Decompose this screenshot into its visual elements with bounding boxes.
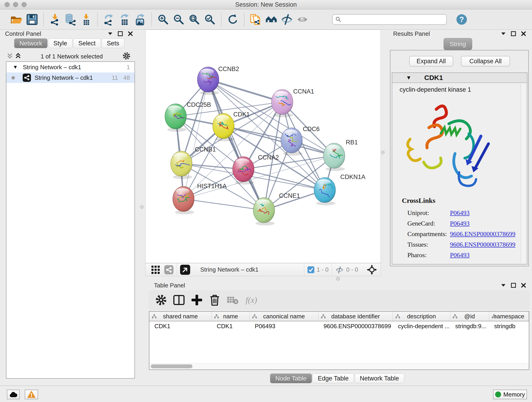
export-table-icon[interactable] bbox=[118, 13, 131, 26]
scrollbar-thumb[interactable] bbox=[151, 364, 192, 368]
tab-style[interactable]: Style bbox=[48, 38, 72, 48]
column-header-shared-name[interactable]: shared name bbox=[149, 312, 212, 321]
delete-table-icon[interactable] bbox=[226, 293, 239, 307]
node-RB1[interactable]: RB1 bbox=[323, 139, 358, 171]
zoom-out-icon[interactable] bbox=[172, 13, 185, 26]
collapse-all-icon[interactable] bbox=[7, 53, 13, 60]
edge-CCNB2-CCNE1[interactable] bbox=[208, 80, 264, 210]
panel-float-icon[interactable] bbox=[510, 282, 516, 288]
expand-all-icon[interactable] bbox=[15, 53, 21, 60]
table-cell[interactable]: CDK1 bbox=[212, 321, 250, 331]
left-splitter-handle[interactable] bbox=[140, 205, 144, 209]
table-settings-gear-icon[interactable] bbox=[154, 293, 168, 307]
panel-close-icon[interactable] bbox=[520, 282, 526, 288]
add-column-icon[interactable] bbox=[190, 293, 203, 307]
cloud-button[interactable] bbox=[7, 390, 20, 399]
show-columns-icon[interactable] bbox=[172, 293, 186, 307]
crosslink-value-link[interactable]: 9606.ENSP00000378699 bbox=[450, 230, 515, 238]
network-options-gear-icon[interactable] bbox=[122, 52, 131, 61]
horizontal-splitter-handle[interactable] bbox=[336, 277, 340, 281]
search-input[interactable] bbox=[341, 16, 443, 23]
tab-network[interactable]: Network bbox=[14, 38, 47, 48]
edge-CCNE1-HIST1H1A[interactable] bbox=[184, 199, 264, 210]
node-CDKN1A[interactable]: CDKN1A bbox=[314, 173, 365, 205]
session-home-icon[interactable] bbox=[265, 13, 278, 26]
column-header-database-identifier[interactable]: database identifier bbox=[318, 312, 393, 321]
gene-section-header[interactable]: ▼ CDK1 bbox=[392, 73, 527, 83]
panel-close-icon[interactable] bbox=[520, 31, 526, 37]
column-header-canonical-name[interactable]: canonical name bbox=[250, 312, 318, 321]
warnings-button[interactable] bbox=[25, 390, 38, 399]
node-CDC6[interactable]: CDC6 bbox=[281, 126, 320, 156]
panel-close-icon[interactable] bbox=[127, 31, 133, 37]
panel-menu-icon[interactable] bbox=[107, 31, 113, 37]
zoom-selected-icon[interactable] bbox=[203, 13, 216, 26]
node-CCNB2[interactable]: CCNB2 bbox=[197, 65, 239, 95]
zoom-in-icon[interactable] bbox=[157, 13, 170, 26]
node-CCNA2[interactable]: CCNA2 bbox=[233, 154, 279, 185]
right-splitter-handle[interactable] bbox=[381, 151, 385, 154]
panel-float-icon[interactable] bbox=[117, 31, 123, 37]
tab-edge-table[interactable]: Edge Table bbox=[312, 374, 354, 383]
hidden-eye-icon[interactable] bbox=[335, 265, 344, 274]
tab-sets[interactable]: Sets bbox=[101, 38, 124, 48]
column-header-@id[interactable]: @id bbox=[450, 312, 489, 321]
tab-select[interactable]: Select bbox=[73, 38, 101, 48]
panel-menu-icon[interactable] bbox=[500, 282, 506, 288]
column-header-namespace[interactable]: namespace bbox=[489, 312, 529, 321]
results-scrollbar[interactable] bbox=[521, 83, 525, 263]
crosslink-value-link[interactable]: P06493 bbox=[450, 220, 470, 227]
collection-expand-icon[interactable]: ▼ bbox=[13, 64, 18, 70]
column-header-name[interactable]: name bbox=[212, 312, 250, 321]
network-graph[interactable]: CCNB2CCNA1CDC25BCDK1CDC6RB1CCNB1CCNA2CDK… bbox=[146, 30, 380, 263]
network-canvas[interactable]: CCNB2CCNA1CDC25BCDK1CDC6RB1CCNB1CCNA2CDK… bbox=[145, 30, 381, 263]
clone-network-icon[interactable] bbox=[249, 13, 262, 26]
hide-selected-icon[interactable] bbox=[280, 13, 293, 26]
tab-network-table[interactable]: Network Table bbox=[355, 374, 404, 383]
crosslink-value-link[interactable]: P06493 bbox=[450, 251, 470, 259]
crosslink-value-link[interactable]: P06493 bbox=[450, 209, 470, 217]
apply-layout-icon[interactable] bbox=[226, 13, 239, 26]
import-table-file-icon[interactable] bbox=[80, 13, 93, 26]
import-network-database-icon[interactable] bbox=[64, 13, 77, 26]
birds-eye-view-icon[interactable] bbox=[180, 265, 190, 275]
function-builder-icon[interactable]: f(x) bbox=[246, 295, 257, 305]
pan-crosshair-icon[interactable] bbox=[367, 265, 377, 275]
expand-all-button[interactable]: Expand All bbox=[409, 56, 453, 66]
zoom-fit-icon[interactable] bbox=[188, 13, 201, 26]
table-cell[interactable]: 9606.ENSP00000378699 bbox=[318, 321, 393, 331]
panel-float-icon[interactable] bbox=[510, 31, 516, 37]
tab-node-table[interactable]: Node Table bbox=[270, 374, 312, 383]
tab-string[interactable]: String bbox=[443, 38, 472, 50]
node-HIST1H1A[interactable]: HIST1H1A bbox=[173, 183, 227, 214]
collapse-all-button[interactable]: Collapse All bbox=[461, 56, 510, 66]
node-CCNE1[interactable]: CCNE1 bbox=[253, 192, 300, 225]
search-box[interactable] bbox=[332, 14, 447, 25]
table-cell[interactable]: P06493 bbox=[250, 321, 318, 331]
help-button[interactable]: ? bbox=[455, 13, 468, 26]
export-image-icon[interactable] bbox=[133, 13, 147, 26]
network-row[interactable]: String Network – cdk1 11 48 bbox=[6, 72, 134, 83]
table-cell[interactable]: stringdb bbox=[489, 321, 529, 331]
save-session-icon[interactable] bbox=[25, 13, 39, 26]
node-CDC25B[interactable]: CDC25B bbox=[165, 101, 211, 132]
grid-view-icon[interactable] bbox=[152, 266, 160, 274]
delete-column-icon[interactable] bbox=[208, 293, 221, 307]
table-cell[interactable]: stringdb:9... bbox=[450, 321, 489, 331]
panel-menu-icon[interactable] bbox=[500, 31, 506, 37]
table-cell[interactable]: CDK1 bbox=[149, 321, 212, 331]
selected-checkbox-icon[interactable] bbox=[307, 266, 314, 273]
column-header-description[interactable]: description bbox=[393, 312, 450, 321]
export-network-icon[interactable] bbox=[102, 13, 116, 26]
crosslink-value-link[interactable]: 9606.ENSP00000378699 bbox=[450, 241, 515, 248]
import-network-file-icon[interactable] bbox=[48, 13, 62, 26]
memory-button[interactable]: Memory bbox=[493, 390, 527, 399]
table-horizontal-scrollbar[interactable] bbox=[149, 363, 529, 370]
network-view-icon[interactable] bbox=[164, 265, 173, 274]
gene-collapse-icon[interactable]: ▼ bbox=[406, 75, 412, 81]
show-all-icon[interactable] bbox=[296, 13, 309, 26]
table-cell[interactable]: cyclin-dependent ... bbox=[393, 321, 450, 331]
edge-CCNB2-CCNA1[interactable] bbox=[208, 80, 282, 102]
table-row[interactable]: CDK1CDK1P064939606.ENSP00000378699cyclin… bbox=[149, 321, 529, 331]
network-collection-row[interactable]: ▼ String Network – cdk1 1 bbox=[6, 62, 134, 72]
